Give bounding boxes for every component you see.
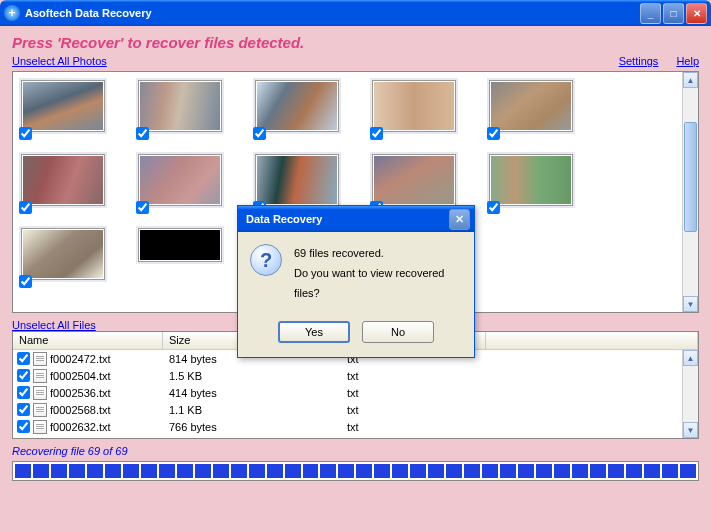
- photo-thumbnail: [257, 156, 337, 204]
- file-name: f0002632.txt: [50, 421, 111, 433]
- minimize-button[interactable]: _: [640, 3, 661, 24]
- unselect-files-link[interactable]: Unselect All Files: [12, 319, 96, 331]
- close-button[interactable]: ✕: [686, 3, 707, 24]
- settings-link[interactable]: Settings: [619, 55, 659, 67]
- dialog-title: Data Recovery: [246, 213, 449, 225]
- maximize-button[interactable]: □: [663, 3, 684, 24]
- dialog-text: 69 files recovered. Do you want to view …: [294, 244, 462, 303]
- photo-checkbox[interactable]: [136, 127, 149, 140]
- file-size: 1.5 KB: [163, 370, 341, 382]
- yes-button[interactable]: Yes: [278, 321, 350, 343]
- photo-item[interactable]: [255, 154, 340, 208]
- file-checkbox[interactable]: [17, 420, 30, 433]
- photo-thumbnail: [23, 82, 103, 130]
- photo-thumbnail: [140, 230, 220, 260]
- col-header-spacer: [486, 332, 698, 349]
- photos-scrollbar[interactable]: ▲ ▼: [682, 72, 698, 312]
- file-checkbox[interactable]: [17, 352, 30, 365]
- photo-thumbnail: [23, 230, 103, 278]
- scroll-thumb[interactable]: [684, 122, 697, 232]
- photo-item[interactable]: [21, 80, 106, 134]
- photo-thumbnail: [374, 156, 454, 204]
- file-name: f0002472.txt: [50, 353, 111, 365]
- dialog-titlebar: Data Recovery ✕: [238, 206, 474, 232]
- file-ext: txt: [341, 421, 486, 433]
- photo-thumbnail: [257, 82, 337, 130]
- photo-checkbox[interactable]: [136, 201, 149, 214]
- photo-item[interactable]: [489, 80, 574, 134]
- file-ext: txt: [341, 404, 486, 416]
- photo-item[interactable]: [21, 228, 106, 282]
- photo-checkbox[interactable]: [19, 201, 32, 214]
- dialog-buttons: Yes No: [238, 315, 474, 357]
- photo-item[interactable]: [138, 80, 223, 134]
- file-size: 766 bytes: [163, 421, 341, 433]
- table-row[interactable]: f0002632.txt766 bytestxt: [13, 418, 698, 435]
- unselect-photos-link[interactable]: Unselect All Photos: [12, 55, 107, 67]
- window-controls: _ □ ✕: [640, 3, 707, 24]
- file-name: f0002536.txt: [50, 387, 111, 399]
- file-name: f0002568.txt: [50, 404, 111, 416]
- titlebar: + Asoftech Data Recovery _ □ ✕: [0, 0, 711, 26]
- file-icon: [33, 386, 47, 400]
- help-link[interactable]: Help: [676, 55, 699, 67]
- photo-item[interactable]: [138, 154, 223, 208]
- scroll-down-icon[interactable]: ▼: [683, 296, 698, 312]
- files-body: f0002472.txt814 bytestxtf0002504.txt1.5 …: [13, 350, 698, 435]
- file-checkbox[interactable]: [17, 403, 30, 416]
- file-size: 414 bytes: [163, 387, 341, 399]
- table-row[interactable]: f0002536.txt414 bytestxt: [13, 384, 698, 401]
- photo-thumbnail: [491, 156, 571, 204]
- files-scrollbar[interactable]: ▲ ▼: [682, 350, 698, 438]
- instruction-text: Press 'Recover' to recover files detecte…: [12, 34, 699, 51]
- top-links-row: Unselect All Photos Settings Help: [12, 55, 699, 67]
- photo-thumbnail: [140, 156, 220, 204]
- photo-checkbox[interactable]: [253, 127, 266, 140]
- photo-item[interactable]: [372, 154, 457, 208]
- status-text: Recovering file 69 of 69: [12, 445, 699, 457]
- progress-bar: [12, 461, 699, 481]
- file-ext: txt: [341, 387, 486, 399]
- photo-thumbnail: [140, 82, 220, 130]
- dialog-body: ? 69 files recovered. Do you want to vie…: [238, 232, 474, 315]
- file-icon: [33, 420, 47, 434]
- photo-thumbnail: [491, 82, 571, 130]
- question-icon: ?: [250, 244, 282, 276]
- photo-item[interactable]: [255, 80, 340, 134]
- file-name: f0002504.txt: [50, 370, 111, 382]
- dialog-close-button[interactable]: ✕: [449, 209, 470, 230]
- table-row[interactable]: f0002504.txt1.5 KBtxt: [13, 367, 698, 384]
- photo-checkbox[interactable]: [19, 127, 32, 140]
- app-icon: +: [4, 5, 20, 21]
- photo-item[interactable]: [372, 80, 457, 134]
- scroll-down-icon[interactable]: ▼: [683, 422, 698, 438]
- photo-checkbox[interactable]: [487, 201, 500, 214]
- photo-item[interactable]: [21, 154, 106, 208]
- photo-item[interactable]: [489, 154, 574, 208]
- scroll-up-icon[interactable]: ▲: [683, 72, 698, 88]
- photo-checkbox[interactable]: [487, 127, 500, 140]
- scroll-up-icon[interactable]: ▲: [683, 350, 698, 366]
- dialog-line1: 69 files recovered.: [294, 244, 462, 264]
- photo-checkbox[interactable]: [19, 275, 32, 288]
- dialog-line2: Do you want to view recovered files?: [294, 264, 462, 304]
- col-header-name[interactable]: Name: [13, 332, 163, 349]
- photo-thumbnail: [374, 82, 454, 130]
- photo-checkbox[interactable]: [370, 127, 383, 140]
- file-icon: [33, 369, 47, 383]
- recovery-dialog: Data Recovery ✕ ? 69 files recovered. Do…: [237, 205, 475, 358]
- window-title: Asoftech Data Recovery: [25, 7, 640, 19]
- file-size: 1.1 KB: [163, 404, 341, 416]
- photo-thumbnail: [23, 156, 103, 204]
- no-button[interactable]: No: [362, 321, 434, 343]
- file-icon: [33, 352, 47, 366]
- table-row[interactable]: f0002568.txt1.1 KBtxt: [13, 401, 698, 418]
- file-icon: [33, 403, 47, 417]
- file-checkbox[interactable]: [17, 369, 30, 382]
- photo-item[interactable]: [138, 228, 223, 282]
- file-checkbox[interactable]: [17, 386, 30, 399]
- file-ext: txt: [341, 370, 486, 382]
